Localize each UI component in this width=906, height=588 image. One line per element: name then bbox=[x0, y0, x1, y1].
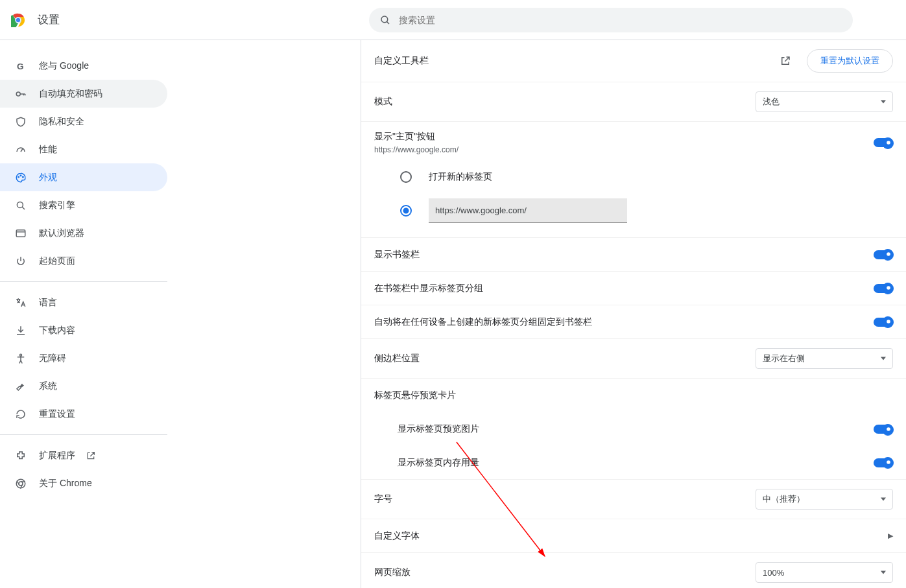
power-icon bbox=[14, 255, 27, 267]
search-settings-box[interactable] bbox=[369, 8, 853, 32]
row-label: 自定义工具栏 bbox=[374, 55, 780, 67]
svg-point-6 bbox=[16, 92, 20, 96]
open-in-new-icon bbox=[86, 451, 96, 461]
radio-icon[interactable] bbox=[400, 205, 412, 217]
sidebar-item-default-browser[interactable]: 默认浏览器 bbox=[0, 219, 167, 247]
row-label: 模式 bbox=[374, 96, 756, 108]
sidebar-item-system[interactable]: 系统 bbox=[0, 372, 167, 400]
row-sidebar-position: 侧边栏位置 显示在右侧 bbox=[361, 339, 906, 379]
sidebar-item-downloads[interactable]: 下载内容 bbox=[0, 316, 167, 344]
font-size-select[interactable]: 中（推荐） bbox=[756, 489, 893, 510]
row-label: 显示标签页预览图片 bbox=[398, 423, 874, 435]
radio-newtab[interactable]: 打开新的标签页 bbox=[361, 163, 906, 191]
sidebar-item-label: 起始页面 bbox=[39, 255, 75, 267]
chrome-logo-icon bbox=[10, 12, 26, 28]
row-custom-fonts[interactable]: 自定义字体 ▶ bbox=[361, 519, 906, 553]
svg-line-10 bbox=[21, 148, 23, 152]
download-icon bbox=[14, 325, 27, 336]
open-in-new-icon[interactable] bbox=[780, 55, 791, 67]
sidebar-item-label: 扩展程序 bbox=[39, 450, 75, 462]
extension-icon bbox=[14, 450, 27, 462]
svg-point-13 bbox=[23, 176, 24, 178]
sidebar-separator bbox=[0, 281, 167, 282]
sidebar: G 您与 Google 自动填充和密码 隐私和安全 性能 外观 搜索引擎 bbox=[0, 40, 167, 588]
speedometer-icon bbox=[14, 144, 27, 156]
row-label: 自定义字体 bbox=[374, 530, 888, 542]
radio-label: 打开新的标签页 bbox=[429, 171, 492, 183]
svg-point-12 bbox=[20, 174, 21, 176]
reset-to-default-button[interactable]: 重置为默认设置 bbox=[807, 49, 893, 73]
sidebar-item-you-and-google[interactable]: G 您与 Google bbox=[0, 52, 167, 80]
shield-icon bbox=[14, 116, 27, 128]
sidebar-item-autofill[interactable]: 自动填充和密码 bbox=[0, 80, 167, 108]
mode-select[interactable]: 浅色 bbox=[756, 91, 893, 112]
radio-custom-url[interactable]: https://www.google.com/ bbox=[361, 191, 906, 238]
row-label: 显示"主页"按钮 bbox=[374, 131, 874, 143]
sidebar-item-accessibility[interactable]: 无障碍 bbox=[0, 344, 167, 372]
svg-text:G: G bbox=[17, 61, 24, 71]
google-g-icon: G bbox=[14, 60, 27, 72]
accessibility-icon bbox=[14, 353, 27, 364]
key-icon bbox=[14, 88, 27, 100]
radio-icon[interactable] bbox=[400, 171, 412, 183]
topbar: 设置 bbox=[0, 0, 906, 40]
chevron-right-icon: ▶ bbox=[888, 532, 893, 540]
sidebar-item-reset[interactable]: 重置设置 bbox=[0, 400, 167, 428]
sidebar-item-startup[interactable]: 起始页面 bbox=[0, 247, 167, 275]
sidebar-item-label: 关于 Chrome bbox=[39, 478, 92, 489]
row-home-button: 显示"主页"按钮 https://www.google.com/ bbox=[361, 122, 906, 163]
row-hover-cards-header: 标签页悬停预览卡片 bbox=[361, 379, 906, 412]
search-icon bbox=[14, 200, 27, 211]
sidebar-item-label: 外观 bbox=[39, 172, 57, 183]
sidebar-item-label: 语言 bbox=[39, 297, 57, 309]
reset-icon bbox=[14, 408, 27, 420]
page-zoom-select[interactable]: 100% bbox=[756, 562, 893, 583]
search-input[interactable] bbox=[399, 15, 842, 25]
row-label: 字号 bbox=[374, 493, 756, 505]
wrench-icon bbox=[14, 381, 27, 392]
row-tab-groups-in-bar: 在书签栏中显示标签页分组 bbox=[361, 272, 906, 305]
browser-icon bbox=[14, 228, 27, 239]
toggle-memory-usage[interactable] bbox=[874, 458, 893, 467]
row-page-zoom: 网页缩放 100% bbox=[361, 553, 906, 588]
sidebar-item-performance[interactable]: 性能 bbox=[0, 135, 167, 163]
sidebar-item-languages[interactable]: 语言 bbox=[0, 288, 167, 316]
sidebar-item-label: 隐私和安全 bbox=[39, 116, 84, 128]
row-label: 在书签栏中显示标签页分组 bbox=[374, 283, 874, 294]
toggle-preview-images[interactable] bbox=[874, 425, 893, 434]
sidebar-item-appearance[interactable]: 外观 bbox=[0, 163, 167, 191]
sidebar-item-label: 性能 bbox=[39, 144, 57, 156]
sidebar-position-select[interactable]: 显示在右侧 bbox=[756, 348, 893, 369]
translate-icon bbox=[14, 297, 27, 309]
toggle-tab-groups-in-bar[interactable] bbox=[874, 284, 893, 293]
row-bookmarks-bar: 显示书签栏 bbox=[361, 238, 906, 272]
sidebar-item-label: 您与 Google bbox=[39, 60, 89, 72]
sidebar-item-privacy[interactable]: 隐私和安全 bbox=[0, 108, 167, 135]
sidebar-separator bbox=[0, 434, 167, 435]
row-label: 标签页悬停预览卡片 bbox=[374, 390, 893, 401]
svg-point-14 bbox=[17, 202, 23, 207]
sidebar-item-search-engine[interactable]: 搜索引擎 bbox=[0, 191, 167, 219]
svg-line-4 bbox=[387, 21, 389, 24]
home-url-input[interactable]: https://www.google.com/ bbox=[429, 198, 627, 223]
sidebar-item-about-chrome[interactable]: 关于 Chrome bbox=[0, 469, 167, 497]
sidebar-item-extensions[interactable]: 扩展程序 bbox=[0, 441, 167, 469]
sidebar-item-label: 默认浏览器 bbox=[39, 228, 84, 239]
toggle-home-button[interactable] bbox=[874, 138, 893, 147]
sidebar-item-label: 搜索引擎 bbox=[39, 200, 75, 211]
svg-rect-16 bbox=[16, 229, 25, 237]
row-label: 显示书签栏 bbox=[374, 249, 874, 261]
row-sublabel: https://www.google.com/ bbox=[374, 145, 874, 154]
svg-point-19 bbox=[20, 354, 22, 356]
row-hover-preview-images: 显示标签页预览图片 bbox=[361, 412, 906, 446]
svg-point-3 bbox=[381, 16, 388, 23]
row-customize-toolbar[interactable]: 自定义工具栏 重置为默认设置 bbox=[361, 40, 906, 82]
main: 自定义工具栏 重置为默认设置 模式 浅色 显示"主页"按钮 https://ww… bbox=[167, 40, 906, 588]
row-label: 自动将在任何设备上创建的新标签页分组固定到书签栏 bbox=[374, 316, 874, 328]
row-auto-pin-groups: 自动将在任何设备上创建的新标签页分组固定到书签栏 bbox=[361, 305, 906, 339]
svg-line-15 bbox=[22, 207, 25, 209]
toggle-bookmarks-bar[interactable] bbox=[874, 250, 893, 259]
sidebar-item-label: 系统 bbox=[39, 381, 57, 392]
chrome-outline-icon bbox=[14, 478, 27, 489]
toggle-auto-pin-groups[interactable] bbox=[874, 318, 893, 327]
